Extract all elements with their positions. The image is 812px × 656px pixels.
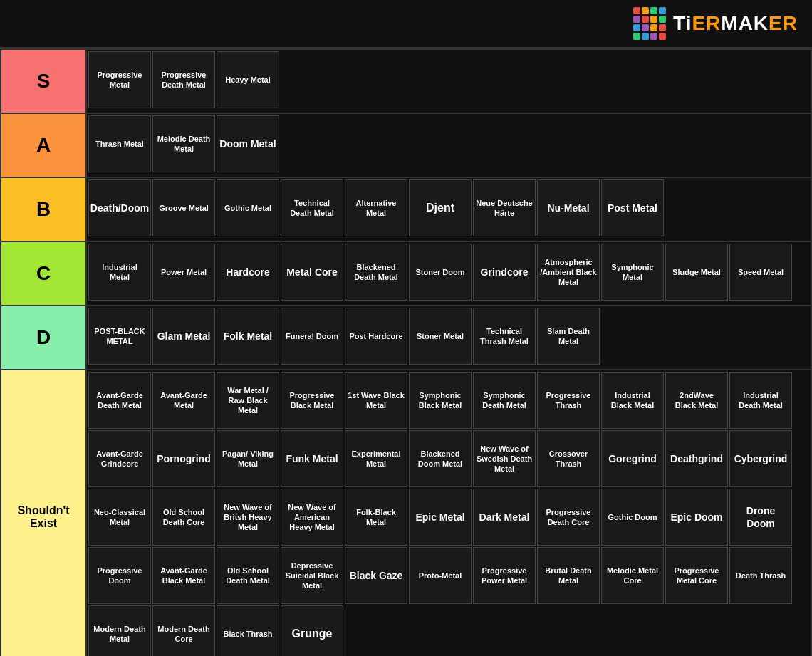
tier-item[interactable]: Grunge [281,605,343,656]
tier-item[interactable]: Melodic Metal Core [601,547,664,604]
tier-item[interactable]: Progressive Thrash [537,372,600,429]
tier-item[interactable]: Deathgrind [665,430,728,487]
tier-item[interactable]: Modern Death Core [152,605,215,656]
tier-item[interactable]: Old School Death Metal [217,547,279,604]
tier-item[interactable]: Funeral Doom [281,308,343,365]
tier-items-A: Thrash MetalMelodic Death MetalDoom Meta… [87,114,811,177]
tier-item[interactable]: Proto-Metal [409,547,472,604]
tier-item[interactable]: Progressive Death Metal [152,51,215,108]
logo-cell [633,7,640,14]
tier-item[interactable]: POST-BLACK METAL [88,308,151,365]
logo-cell [659,33,666,40]
tier-item[interactable]: Goregrind [601,430,664,487]
tier-item[interactable]: Technical Death Metal [281,179,343,236]
tier-item[interactable]: New Wave of Britsh Heavy Metal [217,489,279,546]
tier-item[interactable]: Progressive Black Metal [281,372,343,429]
tier-item[interactable]: Industrial Metal [88,244,151,301]
tier-item[interactable]: Progressive Death Core [537,489,600,546]
logo-cell [642,24,649,31]
tier-item[interactable]: Avant-Garde Metal [152,372,215,429]
tier-row-S: SProgressive MetalProgressive Death Meta… [1,50,811,114]
tier-item[interactable]: Old School Death Core [152,489,215,546]
tier-item[interactable]: Speed Metal [729,244,792,301]
tier-item[interactable]: Symphonic Death Metal [473,372,536,429]
tier-item[interactable]: Pagan/ Viking Metal [217,430,279,487]
tier-item[interactable]: Avant-Garde Death Metal [88,372,151,429]
tier-item[interactable]: 1st Wave Black Metal [345,372,407,429]
tier-item[interactable]: Nu-Metal [537,179,600,236]
tier-item[interactable]: Groove Metal [152,179,215,236]
tier-item[interactable]: Stoner Doom [409,244,472,301]
tier-item[interactable]: Folk-Black Metal [345,489,407,546]
tier-item[interactable]: Funk Metal [281,430,343,487]
tier-item[interactable]: Epic Metal [409,489,472,546]
tier-item[interactable]: Depressive Suicidal Black Metal [281,547,343,604]
tier-item[interactable]: Symphonic Black Metal [409,372,472,429]
tier-item[interactable]: Brutal Death Metal [537,547,600,604]
tier-item[interactable]: Hardcore [217,244,279,301]
tier-item[interactable]: Dark Metal [473,489,536,546]
tier-item[interactable]: Black Gaze [345,547,407,604]
tier-item[interactable]: Post Metal [601,179,664,236]
tier-row-D: DPOST-BLACK METALGlam MetalFolk MetalFun… [1,306,811,370]
tier-items-B: Death/DoomGroove MetalGothic MetalTechni… [87,178,811,241]
tier-item[interactable]: Neo-Classical Metal [88,489,151,546]
tier-item[interactable]: Alternative Metal [345,179,407,236]
logo-cell [650,24,657,31]
tier-item[interactable]: Folk Metal [217,308,279,365]
logo-grid [633,7,666,40]
tier-label-S: S [1,50,87,113]
tier-item[interactable]: Epic Doom [665,489,728,546]
tier-item[interactable]: Pornogrind [152,430,215,487]
tier-item[interactable]: Progressive Metal Core [665,547,728,604]
logo-cell [659,16,666,23]
tier-item[interactable]: Doom Metal [217,115,279,172]
tier-item[interactable]: Stoner Metal [409,308,472,365]
tier-item[interactable]: Progressive Metal [88,51,151,108]
tier-item[interactable]: Thrash Metal [88,115,151,172]
tier-item[interactable]: Avant-Garde Grindcore [88,430,151,487]
logo-text: TiERMAKER [673,12,798,35]
tier-item[interactable]: Sludge Metal [665,244,728,301]
tier-item[interactable]: New Wave of American Heavy Metal [281,489,343,546]
tier-item[interactable]: Industrial Death Metal [729,372,792,429]
tier-item[interactable]: Experimental Metal [345,430,407,487]
tier-item[interactable]: 2ndWave Black Metal [665,372,728,429]
tier-item[interactable]: Heavy Metal [217,51,279,108]
tier-item[interactable]: Neue Deutsche Härte [473,179,536,236]
tier-item[interactable]: Modern Death Metal [88,605,151,656]
logo-cell [633,33,640,40]
tier-item[interactable]: Blackened Doom Metal [409,430,472,487]
tier-item[interactable]: Blackened Death Metal [345,244,407,301]
tier-row-A: AThrash MetalMelodic Death MetalDoom Met… [1,114,811,178]
tier-list: SProgressive MetalProgressive Death Meta… [0,48,812,656]
tier-item[interactable]: Djent [409,179,472,236]
tier-item[interactable]: Glam Metal [152,308,215,365]
tier-item[interactable]: Death/Doom [88,179,151,236]
tier-item[interactable]: Power Metal [152,244,215,301]
tier-item[interactable]: Metal Core [281,244,343,301]
tier-item[interactable]: Drone Doom [729,489,792,546]
tier-item[interactable]: Progressive Power Metal [473,547,536,604]
tier-item[interactable]: Crossover Thrash [537,430,600,487]
tier-item[interactable]: Grindcore [473,244,536,301]
tier-items-D: POST-BLACK METALGlam MetalFolk MetalFune… [87,306,811,369]
tier-item[interactable]: Melodic Death Metal [152,115,215,172]
tier-items-SE: Avant-Garde Death MetalAvant-Garde Metal… [87,370,811,656]
tier-item[interactable]: Technical Thrash Metal [473,308,536,365]
tier-item[interactable]: Post Hardcore [345,308,407,365]
tier-item[interactable]: Death Thrash [729,547,792,604]
tier-item[interactable]: Black Thrash [217,605,279,656]
tier-item[interactable]: New Wave of Swedish Death Metal [473,430,536,487]
tier-item[interactable]: Atmospheric /Ambient Black Metal [537,244,600,301]
tier-item[interactable]: Slam Death Metal [537,308,600,365]
tier-item[interactable]: Gothic Doom [601,489,664,546]
tier-item[interactable]: Symphonic Metal [601,244,664,301]
tier-item[interactable]: Industrial Black Metal [601,372,664,429]
tier-item[interactable]: War Metal / Raw Black Metal [217,372,279,429]
tier-item[interactable]: Progressive Doom [88,547,151,604]
tier-item[interactable]: Avant-Garde Black Metal [152,547,215,604]
tier-item[interactable]: Gothic Metal [217,179,279,236]
tier-item[interactable]: Cybergrind [729,430,792,487]
tier-label-D: D [1,306,87,369]
